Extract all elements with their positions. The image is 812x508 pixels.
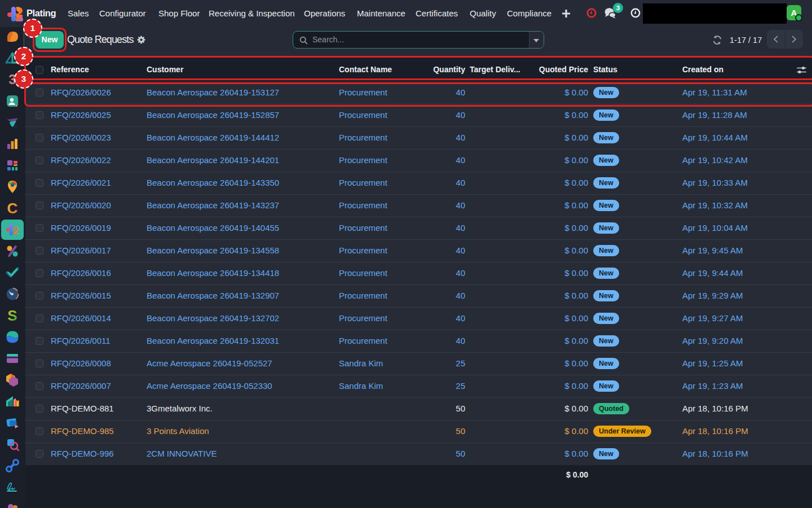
svg-text:2: 2 xyxy=(13,225,19,237)
svg-text:C: C xyxy=(7,201,18,216)
svg-text:S: S xyxy=(7,308,17,323)
